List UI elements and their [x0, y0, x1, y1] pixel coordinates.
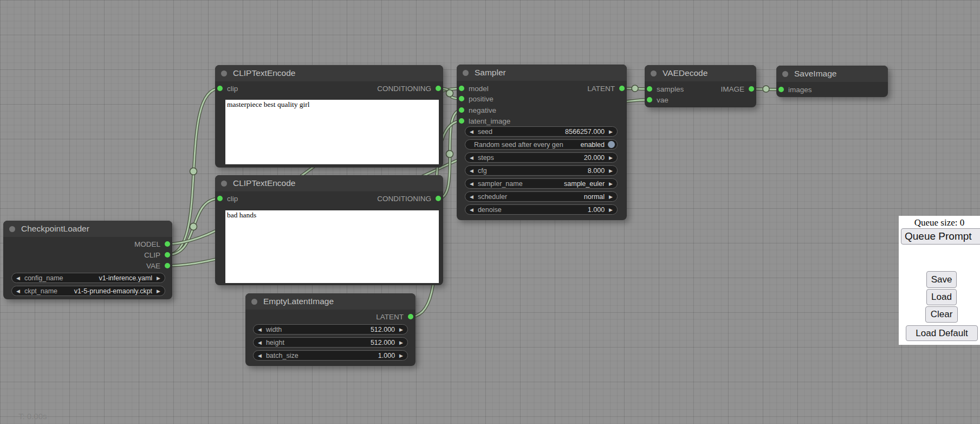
increment-arrow-icon[interactable]: ▶: [605, 181, 617, 187]
node-save-image[interactable]: SaveImage images: [776, 66, 888, 97]
node-title-bar[interactable]: CheckpointLoader: [3, 221, 172, 237]
increment-arrow-icon[interactable]: ▶: [152, 288, 165, 294]
link-midpoint-dot[interactable]: [446, 151, 453, 158]
output-port-dot[interactable]: [436, 86, 441, 91]
output-image[interactable]: IMAGE: [721, 83, 754, 94]
increment-arrow-icon[interactable]: ▶: [605, 129, 617, 134]
widget-cfg[interactable]: ◀ cfg 8.000 ▶: [465, 165, 618, 176]
node-title-bar[interactable]: Sampler: [457, 65, 627, 81]
output-port-dot[interactable]: [165, 252, 170, 258]
decrement-arrow-icon[interactable]: ◀: [465, 129, 478, 134]
input-positive[interactable]: positive: [459, 93, 494, 104]
input-clip[interactable]: clip: [217, 193, 238, 204]
node-title-bar[interactable]: SaveImage: [776, 66, 888, 82]
output-latent[interactable]: LATENT: [376, 311, 413, 322]
widget-scheduler[interactable]: ◀ scheduler normal ▶: [465, 191, 618, 202]
link-midpoint-dot[interactable]: [190, 223, 197, 230]
increment-arrow-icon[interactable]: ▶: [395, 327, 407, 332]
node-graph-canvas[interactable]: CheckpointLoader MODEL CLIP VAE ◀ config…: [0, 0, 980, 424]
output-model[interactable]: MODEL: [134, 239, 170, 249]
node-title-bar[interactable]: CLIPTextEncode: [215, 175, 443, 191]
clear-button[interactable]: Clear: [925, 306, 958, 323]
input-latent-image[interactable]: latent_image: [459, 115, 510, 126]
output-port-dot[interactable]: [436, 196, 441, 201]
increment-arrow-icon[interactable]: ▶: [152, 275, 165, 281]
input-samples[interactable]: samples: [647, 83, 684, 94]
negative-prompt-textarea[interactable]: bad hands: [225, 210, 439, 283]
widget-width[interactable]: ◀ width 512.000 ▶: [253, 324, 408, 335]
widget-random-seed-toggle[interactable]: Random seed after every gen enabled: [465, 139, 618, 150]
collapse-dot-icon[interactable]: [9, 226, 15, 232]
node-clip-text-encode-negative[interactable]: CLIPTextEncode clip CONDITIONING bad han…: [215, 175, 443, 285]
node-title-bar[interactable]: VAEDecode: [645, 65, 756, 81]
positive-prompt-textarea[interactable]: masterpiece best quality girl: [225, 100, 439, 164]
widget-steps[interactable]: ◀ steps 20.000 ▶: [465, 152, 618, 163]
node-title-bar[interactable]: CLIPTextEncode: [215, 65, 443, 81]
queue-prompt-button[interactable]: Queue Prompt: [901, 228, 980, 245]
input-negative[interactable]: negative: [459, 105, 496, 115]
widget-height[interactable]: ◀ height 512.000 ▶: [253, 337, 408, 348]
save-button[interactable]: Save: [926, 271, 957, 288]
collapse-dot-icon[interactable]: [221, 70, 227, 76]
decrement-arrow-icon[interactable]: ◀: [12, 288, 24, 294]
increment-arrow-icon[interactable]: ▶: [605, 194, 617, 200]
decrement-arrow-icon[interactable]: ◀: [465, 168, 478, 174]
node-title-bar[interactable]: EmptyLatentImage: [245, 293, 416, 310]
input-port-dot[interactable]: [459, 118, 464, 124]
input-port-dot[interactable]: [647, 86, 652, 92]
output-port-dot[interactable]: [619, 86, 625, 91]
input-port-dot[interactable]: [647, 97, 652, 102]
load-button[interactable]: Load: [926, 289, 957, 305]
node-empty-latent-image[interactable]: EmptyLatentImage LATENT ◀ width 512.000 …: [245, 293, 416, 366]
increment-arrow-icon[interactable]: ▶: [605, 168, 617, 174]
increment-arrow-icon[interactable]: ▶: [395, 353, 407, 358]
link-midpoint-dot[interactable]: [763, 86, 769, 92]
widget-denoise[interactable]: ◀ denoise 1.000 ▶: [465, 204, 618, 215]
output-clip[interactable]: CLIP: [144, 249, 170, 260]
input-port-dot[interactable]: [778, 87, 784, 92]
output-port-dot[interactable]: [165, 263, 170, 268]
toggle-circle-icon[interactable]: [608, 141, 615, 148]
output-conditioning[interactable]: CONDITIONING: [377, 193, 441, 204]
input-model[interactable]: model: [459, 83, 489, 94]
decrement-arrow-icon[interactable]: ◀: [465, 181, 478, 187]
increment-arrow-icon[interactable]: ▶: [395, 340, 407, 345]
collapse-dot-icon[interactable]: [463, 70, 469, 76]
output-port-dot[interactable]: [165, 241, 170, 247]
node-checkpoint-loader[interactable]: CheckpointLoader MODEL CLIP VAE ◀ config…: [3, 221, 172, 299]
widget-ckpt-name[interactable]: ◀ ckpt_name v1-5-pruned-emaonly.ckpt ▶: [11, 286, 165, 296]
node-sampler[interactable]: Sampler model positive negative latent_i…: [457, 65, 627, 220]
collapse-dot-icon[interactable]: [782, 71, 788, 77]
link-midpoint-dot[interactable]: [190, 168, 197, 175]
input-port-dot[interactable]: [217, 86, 223, 91]
output-vae[interactable]: VAE: [146, 260, 170, 271]
increment-arrow-icon[interactable]: ▶: [605, 207, 617, 213]
decrement-arrow-icon[interactable]: ◀: [254, 353, 266, 358]
input-port-dot[interactable]: [459, 107, 464, 113]
link-midpoint-dot[interactable]: [632, 85, 638, 92]
decrement-arrow-icon[interactable]: ◀: [254, 340, 266, 345]
widget-seed[interactable]: ◀ seed 8566257.000 ▶: [465, 126, 618, 137]
link-midpoint-dot[interactable]: [446, 90, 453, 97]
increment-arrow-icon[interactable]: ▶: [605, 155, 617, 160]
input-port-dot[interactable]: [217, 196, 223, 201]
decrement-arrow-icon[interactable]: ◀: [465, 155, 478, 160]
output-latent[interactable]: LATENT: [587, 83, 625, 94]
collapse-dot-icon[interactable]: [221, 181, 227, 187]
widget-batch-size[interactable]: ◀ batch_size 1.000 ▶: [253, 350, 408, 361]
output-conditioning[interactable]: CONDITIONING: [377, 83, 441, 94]
collapse-dot-icon[interactable]: [651, 70, 657, 76]
input-clip[interactable]: clip: [217, 83, 238, 94]
node-clip-text-encode-positive[interactable]: CLIPTextEncode clip CONDITIONING masterp…: [215, 65, 443, 168]
widget-sampler-name[interactable]: ◀ sampler_name sample_euler ▶: [465, 178, 618, 189]
decrement-arrow-icon[interactable]: ◀: [465, 194, 478, 200]
widget-config-name[interactable]: ◀ config_name v1-inference.yaml ▶: [11, 273, 165, 283]
output-port-dot[interactable]: [749, 86, 754, 92]
node-vae-decode[interactable]: VAEDecode samples vae IMAGE: [645, 65, 756, 107]
load-default-button[interactable]: Load Default: [906, 325, 978, 341]
output-port-dot[interactable]: [408, 314, 413, 319]
decrement-arrow-icon[interactable]: ◀: [254, 327, 266, 332]
collapse-dot-icon[interactable]: [251, 299, 257, 305]
input-vae[interactable]: vae: [647, 94, 669, 105]
input-port-dot[interactable]: [459, 96, 464, 101]
